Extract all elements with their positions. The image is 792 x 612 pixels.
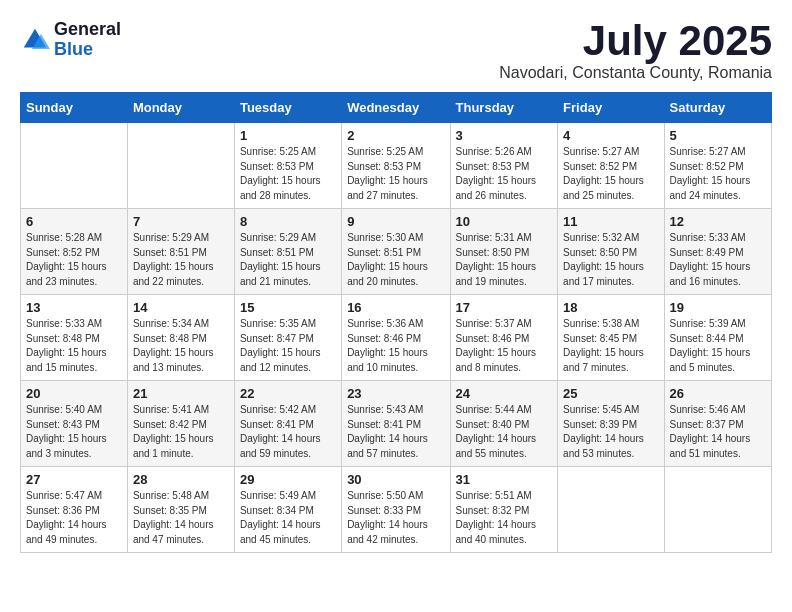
calendar-day-cell: 27Sunrise: 5:47 AM Sunset: 8:36 PM Dayli…	[21, 467, 128, 553]
day-info: Sunrise: 5:43 AM Sunset: 8:41 PM Dayligh…	[347, 403, 444, 461]
calendar-day-cell	[558, 467, 664, 553]
calendar-day-cell: 28Sunrise: 5:48 AM Sunset: 8:35 PM Dayli…	[127, 467, 234, 553]
day-number: 23	[347, 386, 444, 401]
day-number: 10	[456, 214, 553, 229]
day-info: Sunrise: 5:25 AM Sunset: 8:53 PM Dayligh…	[347, 145, 444, 203]
month-title: July 2025	[499, 20, 772, 62]
day-info: Sunrise: 5:33 AM Sunset: 8:48 PM Dayligh…	[26, 317, 122, 375]
day-number: 26	[670, 386, 766, 401]
calendar-header-row: SundayMondayTuesdayWednesdayThursdayFrid…	[21, 93, 772, 123]
calendar-day-cell: 4Sunrise: 5:27 AM Sunset: 8:52 PM Daylig…	[558, 123, 664, 209]
day-info: Sunrise: 5:44 AM Sunset: 8:40 PM Dayligh…	[456, 403, 553, 461]
calendar-day-cell: 11Sunrise: 5:32 AM Sunset: 8:50 PM Dayli…	[558, 209, 664, 295]
day-info: Sunrise: 5:32 AM Sunset: 8:50 PM Dayligh…	[563, 231, 658, 289]
day-info: Sunrise: 5:27 AM Sunset: 8:52 PM Dayligh…	[563, 145, 658, 203]
day-number: 5	[670, 128, 766, 143]
day-number: 13	[26, 300, 122, 315]
day-number: 16	[347, 300, 444, 315]
calendar-week-row: 27Sunrise: 5:47 AM Sunset: 8:36 PM Dayli…	[21, 467, 772, 553]
day-number: 7	[133, 214, 229, 229]
logo-general: General	[54, 20, 121, 40]
calendar-day-cell: 3Sunrise: 5:26 AM Sunset: 8:53 PM Daylig…	[450, 123, 558, 209]
day-number: 29	[240, 472, 336, 487]
calendar-day-cell: 17Sunrise: 5:37 AM Sunset: 8:46 PM Dayli…	[450, 295, 558, 381]
calendar-day-cell: 6Sunrise: 5:28 AM Sunset: 8:52 PM Daylig…	[21, 209, 128, 295]
day-number: 3	[456, 128, 553, 143]
calendar-day-cell: 20Sunrise: 5:40 AM Sunset: 8:43 PM Dayli…	[21, 381, 128, 467]
day-info: Sunrise: 5:39 AM Sunset: 8:44 PM Dayligh…	[670, 317, 766, 375]
day-info: Sunrise: 5:31 AM Sunset: 8:50 PM Dayligh…	[456, 231, 553, 289]
calendar-day-cell	[127, 123, 234, 209]
day-info: Sunrise: 5:41 AM Sunset: 8:42 PM Dayligh…	[133, 403, 229, 461]
calendar-week-row: 6Sunrise: 5:28 AM Sunset: 8:52 PM Daylig…	[21, 209, 772, 295]
day-number: 30	[347, 472, 444, 487]
day-number: 9	[347, 214, 444, 229]
day-info: Sunrise: 5:34 AM Sunset: 8:48 PM Dayligh…	[133, 317, 229, 375]
calendar-day-cell: 25Sunrise: 5:45 AM Sunset: 8:39 PM Dayli…	[558, 381, 664, 467]
day-number: 24	[456, 386, 553, 401]
logo-icon	[20, 25, 50, 55]
day-info: Sunrise: 5:27 AM Sunset: 8:52 PM Dayligh…	[670, 145, 766, 203]
day-number: 17	[456, 300, 553, 315]
logo: General Blue	[20, 20, 121, 60]
calendar-day-cell: 21Sunrise: 5:41 AM Sunset: 8:42 PM Dayli…	[127, 381, 234, 467]
day-number: 25	[563, 386, 658, 401]
calendar-day-cell: 12Sunrise: 5:33 AM Sunset: 8:49 PM Dayli…	[664, 209, 771, 295]
calendar-day-cell: 23Sunrise: 5:43 AM Sunset: 8:41 PM Dayli…	[342, 381, 450, 467]
day-info: Sunrise: 5:36 AM Sunset: 8:46 PM Dayligh…	[347, 317, 444, 375]
day-number: 12	[670, 214, 766, 229]
day-number: 11	[563, 214, 658, 229]
day-info: Sunrise: 5:40 AM Sunset: 8:43 PM Dayligh…	[26, 403, 122, 461]
location-title: Navodari, Constanta County, Romania	[499, 64, 772, 82]
calendar-day-cell: 13Sunrise: 5:33 AM Sunset: 8:48 PM Dayli…	[21, 295, 128, 381]
day-info: Sunrise: 5:48 AM Sunset: 8:35 PM Dayligh…	[133, 489, 229, 547]
day-info: Sunrise: 5:30 AM Sunset: 8:51 PM Dayligh…	[347, 231, 444, 289]
day-number: 27	[26, 472, 122, 487]
day-number: 2	[347, 128, 444, 143]
day-number: 8	[240, 214, 336, 229]
day-info: Sunrise: 5:29 AM Sunset: 8:51 PM Dayligh…	[240, 231, 336, 289]
day-number: 20	[26, 386, 122, 401]
calendar-day-cell	[21, 123, 128, 209]
day-number: 15	[240, 300, 336, 315]
calendar-day-cell: 29Sunrise: 5:49 AM Sunset: 8:34 PM Dayli…	[234, 467, 341, 553]
day-info: Sunrise: 5:45 AM Sunset: 8:39 PM Dayligh…	[563, 403, 658, 461]
calendar-day-cell: 31Sunrise: 5:51 AM Sunset: 8:32 PM Dayli…	[450, 467, 558, 553]
day-number: 28	[133, 472, 229, 487]
calendar-day-cell: 5Sunrise: 5:27 AM Sunset: 8:52 PM Daylig…	[664, 123, 771, 209]
day-number: 1	[240, 128, 336, 143]
day-info: Sunrise: 5:29 AM Sunset: 8:51 PM Dayligh…	[133, 231, 229, 289]
calendar-day-cell: 24Sunrise: 5:44 AM Sunset: 8:40 PM Dayli…	[450, 381, 558, 467]
day-info: Sunrise: 5:26 AM Sunset: 8:53 PM Dayligh…	[456, 145, 553, 203]
day-number: 18	[563, 300, 658, 315]
weekday-header: Saturday	[664, 93, 771, 123]
weekday-header: Monday	[127, 93, 234, 123]
day-number: 19	[670, 300, 766, 315]
day-number: 4	[563, 128, 658, 143]
day-info: Sunrise: 5:37 AM Sunset: 8:46 PM Dayligh…	[456, 317, 553, 375]
page-header: General Blue July 2025 Navodari, Constan…	[20, 20, 772, 82]
weekday-header: Thursday	[450, 93, 558, 123]
calendar-day-cell: 15Sunrise: 5:35 AM Sunset: 8:47 PM Dayli…	[234, 295, 341, 381]
day-info: Sunrise: 5:28 AM Sunset: 8:52 PM Dayligh…	[26, 231, 122, 289]
day-info: Sunrise: 5:35 AM Sunset: 8:47 PM Dayligh…	[240, 317, 336, 375]
day-info: Sunrise: 5:49 AM Sunset: 8:34 PM Dayligh…	[240, 489, 336, 547]
day-number: 22	[240, 386, 336, 401]
day-number: 14	[133, 300, 229, 315]
calendar-week-row: 20Sunrise: 5:40 AM Sunset: 8:43 PM Dayli…	[21, 381, 772, 467]
day-number: 21	[133, 386, 229, 401]
calendar-day-cell: 19Sunrise: 5:39 AM Sunset: 8:44 PM Dayli…	[664, 295, 771, 381]
weekday-header: Tuesday	[234, 93, 341, 123]
calendar-week-row: 1Sunrise: 5:25 AM Sunset: 8:53 PM Daylig…	[21, 123, 772, 209]
calendar-day-cell: 16Sunrise: 5:36 AM Sunset: 8:46 PM Dayli…	[342, 295, 450, 381]
calendar-day-cell: 26Sunrise: 5:46 AM Sunset: 8:37 PM Dayli…	[664, 381, 771, 467]
calendar-day-cell: 22Sunrise: 5:42 AM Sunset: 8:41 PM Dayli…	[234, 381, 341, 467]
weekday-header: Friday	[558, 93, 664, 123]
day-number: 31	[456, 472, 553, 487]
day-info: Sunrise: 5:38 AM Sunset: 8:45 PM Dayligh…	[563, 317, 658, 375]
calendar-day-cell: 9Sunrise: 5:30 AM Sunset: 8:51 PM Daylig…	[342, 209, 450, 295]
calendar-day-cell: 10Sunrise: 5:31 AM Sunset: 8:50 PM Dayli…	[450, 209, 558, 295]
day-info: Sunrise: 5:50 AM Sunset: 8:33 PM Dayligh…	[347, 489, 444, 547]
weekday-header: Wednesday	[342, 93, 450, 123]
calendar-day-cell: 30Sunrise: 5:50 AM Sunset: 8:33 PM Dayli…	[342, 467, 450, 553]
